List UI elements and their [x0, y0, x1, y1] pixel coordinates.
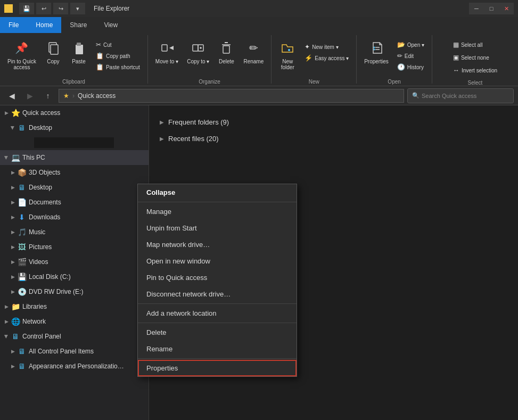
select-all-button[interactable]: ▦ Select all [450, 39, 486, 50]
delete-button[interactable]: Delete [215, 37, 238, 75]
sidebar-item-quick-access[interactable]: ▶ ⭐ Quick access [0, 105, 149, 120]
back-button[interactable]: ◀ [4, 88, 19, 103]
ribbon-group-organize: Move to ▾ Copy to ▾ [148, 35, 272, 84]
tab-share[interactable]: Share [61, 17, 95, 33]
ctx-divider-4 [138, 358, 297, 359]
search-input[interactable]: 🔍 Search Quick access [407, 88, 514, 103]
ctx-add-network-location[interactable]: Add a network location [138, 305, 297, 322]
svg-point-21 [373, 47, 375, 48]
paste-button[interactable]: Paste [67, 37, 91, 75]
sidebar-item-this-pc[interactable]: ▶ 💻 This PC [0, 150, 149, 165]
3d-objects-label: 3D Objects [29, 169, 60, 176]
tab-file[interactable]: File [0, 17, 27, 33]
sidebar-item-downloads[interactable]: ▶ ⬇ Downloads [0, 210, 149, 225]
history-button[interactable]: 🕐 History [394, 62, 427, 72]
downloads-label: Downloads [29, 213, 60, 221]
quick-access-icon: ⭐ [11, 108, 20, 118]
ctx-map-network-drive[interactable]: Map network drive… [138, 236, 297, 253]
cut-button[interactable]: ✂ Cut [93, 39, 143, 50]
pictures-icon: 🖼 [17, 242, 27, 252]
forward-button[interactable]: ▶ [22, 88, 37, 103]
tab-view[interactable]: View [95, 17, 126, 33]
quick-access-arrow: ▶ [2, 109, 11, 117]
undo-button[interactable]: ↩ [36, 3, 51, 14]
pin-to-quick-access-button[interactable]: 📌 Pin to Quick access [4, 37, 39, 75]
delete-icon [218, 39, 235, 56]
pictures-arrow: ▶ [9, 243, 17, 251]
network-label: Network [22, 318, 46, 325]
down-arrow-button[interactable]: ▾ [70, 3, 85, 14]
easy-access-button[interactable]: ⚡ Easy access ▾ [301, 53, 352, 63]
invert-selection-button[interactable]: ↔ Invert selection [450, 65, 500, 76]
frequent-folders-section[interactable]: ▶ Frequent folders (9) [158, 114, 509, 130]
svg-rect-0 [5, 5, 8, 8]
ctx-disconnect-network-drive[interactable]: Disconnect network drive… [138, 286, 297, 302]
properties-icon [368, 39, 385, 56]
sidebar-item-appearance[interactable]: ▶ 🖥 Appearance and Personalizatio… [0, 359, 149, 374]
control-panel-label: Control Panel [22, 333, 61, 340]
maximize-button[interactable]: □ [484, 3, 499, 14]
ctx-rename[interactable]: Rename [138, 341, 297, 357]
sidebar-item-network[interactable]: ▶ 🌐 Network [0, 314, 149, 329]
ctx-divider-3 [138, 323, 297, 323]
sidebar-item-videos[interactable]: ▶ 🎬 Videos [0, 254, 149, 269]
properties-ribbon-button[interactable]: Properties [361, 37, 392, 75]
sidebar-item-control-panel[interactable]: ▶ 🖥 Control Panel [0, 329, 149, 344]
address-bar[interactable]: ★ › Quick access [59, 89, 404, 103]
music-icon: 🎵 [17, 227, 27, 237]
desktop-sub-label: Desktop [29, 184, 52, 191]
save-button[interactable]: 💾 [19, 3, 34, 14]
select-none-icon: ▣ [453, 54, 459, 61]
sidebar-item-local-disk[interactable]: ▶ 💾 Local Disk (C:) [0, 269, 149, 284]
select-none-button[interactable]: ▣ Select none [450, 52, 492, 63]
paste-shortcut-button[interactable]: 📋 Paste shortcut [93, 62, 143, 72]
ctx-properties[interactable]: Properties [138, 360, 297, 376]
sidebar-item-documents[interactable]: ▶ 📄 Documents [0, 195, 149, 210]
libraries-label: Libraries [22, 303, 47, 310]
ctx-collapse[interactable]: Collapse [138, 184, 297, 201]
move-to-icon [159, 39, 176, 56]
3d-objects-arrow: ▶ [9, 168, 17, 177]
history-icon: 🕐 [397, 63, 405, 71]
close-button[interactable]: ✕ [499, 3, 514, 14]
clipboard-label: Clipboard [62, 77, 85, 85]
ctx-delete[interactable]: Delete [138, 324, 297, 341]
sidebar-item-music[interactable]: ▶ 🎵 Music [0, 225, 149, 240]
svg-rect-7 [77, 43, 81, 46]
new-item-button[interactable]: ✦ New item ▾ [301, 42, 352, 52]
sidebar-item-desktop[interactable]: ▶ 🖥 Desktop [0, 120, 149, 135]
frequent-folders-arrow: ▶ [160, 119, 164, 125]
svg-rect-6 [76, 45, 83, 54]
sidebar-item-dvd-drive[interactable]: ▶ 💿 DVD RW Drive (E:) [0, 284, 149, 299]
ctx-open-in-new-window[interactable]: Open in new window [138, 253, 297, 269]
redo-button[interactable]: ↪ [53, 3, 68, 14]
rename-button[interactable]: ✏ Rename [240, 37, 267, 75]
app-icon [4, 4, 13, 13]
context-menu: Collapse Manage Unpin from Start Map net… [137, 184, 297, 377]
move-to-button[interactable]: Move to ▾ [152, 37, 182, 75]
copy-path-button[interactable]: 📋 Copy path [93, 51, 143, 61]
copy-to-button[interactable]: Copy to ▾ [184, 37, 212, 75]
sidebar-item-all-control-panel[interactable]: ▶ 🖥 All Control Panel Items [0, 344, 149, 359]
appearance-arrow: ▶ [9, 362, 17, 370]
minimize-button[interactable]: ─ [469, 3, 484, 14]
tab-home[interactable]: Home [27, 17, 61, 33]
recent-files-section[interactable]: ▶ Recent files (20) [158, 130, 509, 147]
sidebar-item-pictures[interactable]: ▶ 🖼 Pictures [0, 240, 149, 254]
ctx-manage[interactable]: Manage [138, 203, 297, 220]
new-folder-icon [279, 39, 296, 56]
ctx-pin-to-quick-access[interactable]: Pin to Quick access [138, 269, 297, 286]
sidebar-item-desktop-sub[interactable]: ▶ 🖥 Desktop [0, 180, 149, 195]
edit-button[interactable]: ✏ Edit [394, 51, 427, 61]
pictures-label: Pictures [29, 243, 52, 251]
up-button[interactable]: ↑ [40, 88, 55, 103]
new-folder-button[interactable]: New folder [276, 37, 299, 75]
sidebar-item-3d-objects[interactable]: ▶ 📦 3D Objects [0, 165, 149, 180]
open-button[interactable]: 📂 Open ▾ [394, 39, 427, 50]
quick-access-toolbar: 💾 ↩ ↪ ▾ [19, 3, 85, 14]
copy-button[interactable]: Copy [42, 37, 65, 75]
ctx-unpin-from-start[interactable]: Unpin from Start [138, 220, 297, 236]
favorite-star-icon: ★ [63, 92, 69, 100]
desktop-sub-icon: 🖥 [17, 183, 27, 192]
sidebar-item-libraries[interactable]: ▶ 📁 Libraries [0, 299, 149, 314]
